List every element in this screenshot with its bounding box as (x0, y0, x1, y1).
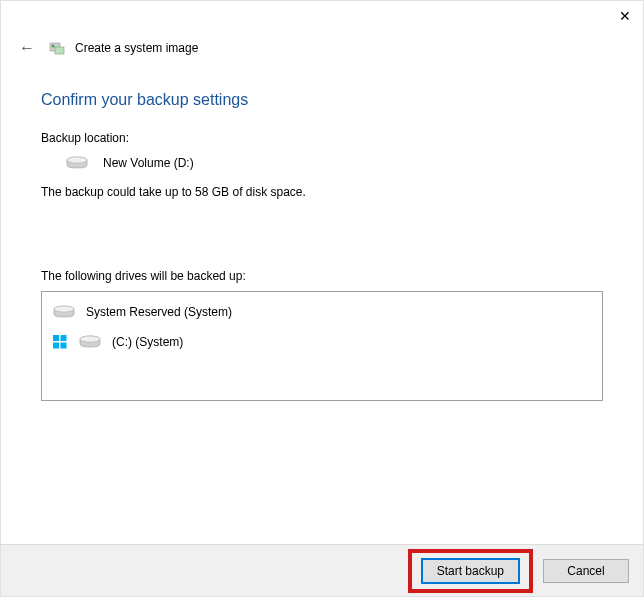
list-item: (C:) (System) (52, 330, 592, 360)
content-area: Confirm your backup settings Backup loca… (1, 63, 643, 401)
svg-rect-7 (53, 335, 59, 341)
hard-drive-icon (52, 304, 76, 320)
tutorial-highlight: Start backup (408, 549, 533, 593)
drives-list: System Reserved (System) (C:) (System) (41, 291, 603, 401)
svg-point-4 (67, 157, 87, 163)
list-item: System Reserved (System) (52, 300, 592, 330)
wizard-header: ← Create a system image (1, 31, 643, 63)
cancel-button[interactable]: Cancel (543, 559, 629, 583)
drive-name: (C:) (System) (112, 335, 183, 349)
hard-drive-icon (78, 334, 102, 350)
start-backup-button[interactable]: Start backup (422, 559, 519, 583)
svg-rect-1 (55, 47, 64, 54)
close-icon[interactable]: ✕ (619, 8, 631, 24)
size-warning: The backup could take up to 58 GB of dis… (41, 185, 603, 199)
svg-rect-10 (61, 343, 67, 349)
svg-rect-8 (61, 335, 67, 341)
wizard-footer: Start backup Cancel (1, 544, 643, 596)
hard-drive-icon (65, 155, 89, 171)
windows-logo-icon (52, 334, 68, 350)
window-title: Create a system image (75, 41, 198, 55)
page-heading: Confirm your backup settings (41, 91, 603, 109)
drives-list-label: The following drives will be backed up: (41, 269, 603, 283)
backup-location-row: New Volume (D:) (41, 155, 603, 171)
back-arrow-icon[interactable]: ← (15, 37, 39, 59)
svg-point-2 (52, 45, 55, 48)
backup-location-label: Backup location: (41, 131, 603, 145)
backup-location-value: New Volume (D:) (103, 156, 194, 170)
svg-rect-9 (53, 343, 59, 349)
system-image-icon (49, 40, 65, 56)
svg-point-12 (80, 336, 100, 342)
drive-name: System Reserved (System) (86, 305, 232, 319)
svg-point-6 (54, 306, 74, 312)
